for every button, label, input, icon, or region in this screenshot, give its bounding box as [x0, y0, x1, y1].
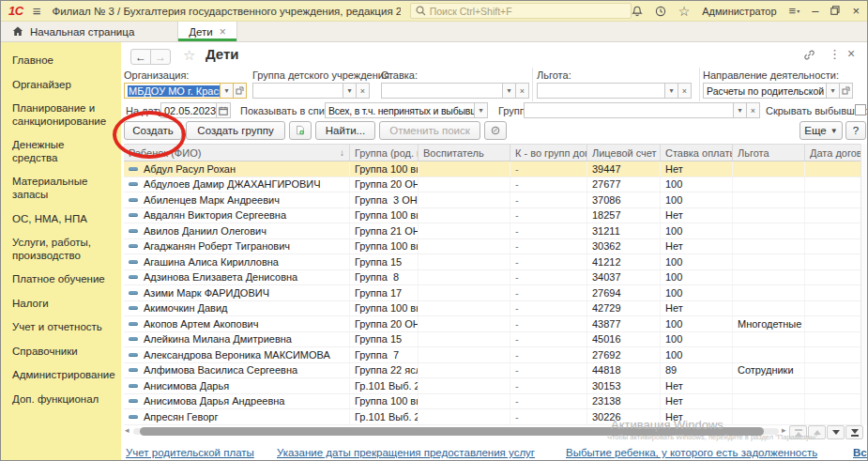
sidebar-item[interactable]: Услуги, работы, производство — [12, 237, 121, 262]
column-header[interactable]: Дата догов... — [805, 145, 868, 161]
help-button[interactable]: ? — [845, 121, 866, 140]
column-header[interactable]: Лицевой счет — [587, 145, 661, 161]
sidebar-item[interactable]: Органайзер — [12, 79, 121, 92]
table-row[interactable]: Акопов Артем АкоповичГруппа 20 ОНР-43877… — [124, 316, 868, 332]
vertical-scrollbar[interactable] — [860, 144, 868, 425]
rate-clear-icon[interactable]: × — [515, 83, 529, 99]
footer-link[interactable]: Учет родительской платы — [126, 447, 254, 458]
organization-field[interactable]: МБДОУ МО г. Краснода ▾ — [124, 83, 249, 99]
sidebar-item[interactable]: Доп. функционал — [12, 393, 121, 407]
show-in-list-select[interactable]: Всех, в т.ч. непринятых и выбывших ▾ — [325, 102, 489, 118]
page-up-button[interactable] — [808, 425, 826, 439]
activity-dropdown-icon[interactable]: ▾ — [826, 83, 840, 99]
sidebar-item[interactable]: Денежные средства — [12, 139, 121, 164]
get-link-icon[interactable] — [803, 49, 815, 63]
scroll-left-icon[interactable]: ◂ — [125, 425, 129, 435]
table-row[interactable]: Азими Марк ФАРИДОВИЧГруппа 17-27694100 — [124, 285, 868, 301]
column-header[interactable]: Группа (род. пл... — [350, 145, 419, 161]
column-header[interactable]: Ребенок (ФИО)↓ — [124, 145, 350, 161]
sidebar-item[interactable]: Планирование и санкционирование — [12, 102, 121, 128]
table-row[interactable]: Абдул Расул РоханГруппа 100 выб...-39447… — [124, 161, 868, 177]
create-button[interactable]: Создать — [124, 121, 182, 140]
find-button[interactable]: Найти... — [315, 121, 375, 140]
activity-field[interactable]: Расчеты по родительской плате ▾ — [703, 83, 855, 99]
go-to-last-button[interactable] — [845, 425, 863, 439]
minimize-button[interactable]: – — [812, 5, 818, 17]
clear-search-button[interactable] — [484, 121, 507, 140]
table-row[interactable]: Адзинова Елизавета ДенисовнаГруппа 8-340… — [124, 270, 868, 286]
sidebar-item[interactable]: Материальные запасы — [12, 176, 121, 201]
tab-close-icon[interactable]: × — [220, 25, 226, 38]
sidebar-item[interactable]: ОС, НМА, НПА — [12, 213, 121, 226]
table-row[interactable]: Абиленцев Марк АндреевичГруппа 3 ОНР-370… — [124, 192, 868, 208]
on-date-field[interactable]: 02.05.2023 — [160, 102, 232, 118]
footer-link[interactable]: Указание даты прекращения предоставления… — [277, 447, 535, 458]
group-dropdown-icon[interactable]: ▾ — [733, 102, 747, 118]
sidebar-item[interactable]: Администрирование — [12, 369, 121, 382]
organization-open-icon[interactable] — [233, 83, 247, 99]
table-row[interactable]: Анисимова Дарья АндреевнаГруппа 100 выб.… — [124, 394, 868, 410]
main-menu-icon[interactable]: ≡ — [33, 4, 41, 18]
group-clear-icon[interactable]: × — [746, 102, 760, 118]
forward-button[interactable]: → — [150, 49, 171, 65]
column-header[interactable]: К - во групп доп... — [510, 145, 587, 161]
sidebar-item[interactable]: Учет и отчетность — [12, 321, 121, 334]
restore-button[interactable] — [830, 5, 840, 17]
rate-filter-field[interactable]: ▾ × — [381, 83, 531, 99]
column-header[interactable]: Ставка оплаты — [661, 145, 733, 161]
table-row[interactable]: Апресян ГеворгГр.101 Выб. 20...-30226Нет — [124, 409, 868, 425]
column-header[interactable]: Воспитатель — [419, 145, 510, 161]
tab-home[interactable]: Начальная страница — [1, 22, 145, 41]
create-copy-button[interactable] — [289, 121, 312, 140]
institution-group-field[interactable]: ▾ × — [252, 83, 372, 99]
sidebar-item[interactable]: Справочники — [12, 346, 121, 359]
benefit-filter-field[interactable]: ▾ × — [537, 83, 693, 99]
institution-group-dropdown-icon[interactable]: ▾ — [343, 83, 357, 99]
scroll-right-icon[interactable]: ▸ — [782, 425, 786, 435]
cancel-search-button[interactable]: Отменить поиск — [379, 121, 480, 140]
global-search-input[interactable]: Поиск Ctrl+Shift+F — [410, 3, 632, 19]
table-row[interactable]: Авилов Даниил ОлеговичГруппа 21 ОНР-3121… — [124, 223, 868, 239]
more-button[interactable]: Еще▼ — [799, 121, 843, 140]
activity-open-icon[interactable] — [839, 83, 853, 99]
calendar-icon[interactable] — [216, 102, 231, 118]
benefit-dropdown-icon[interactable]: ▾ — [664, 83, 678, 99]
notifications-bell-icon[interactable] — [632, 6, 643, 17]
column-header[interactable]: Льгота — [733, 145, 805, 161]
tab-children[interactable]: Дети × — [177, 22, 237, 41]
create-group-button[interactable]: Создать группу — [186, 121, 285, 140]
current-user[interactable]: Администратор — [702, 6, 776, 17]
table-row[interactable]: Агашина Алиса КирилловнаГруппа 15-412121… — [124, 254, 868, 270]
show-in-list-dropdown-icon[interactable]: ▾ — [474, 102, 488, 118]
table-row[interactable]: Агаджанян Роберт ТиграновичГруппа 100 вы… — [124, 239, 868, 255]
sidebar-item[interactable]: Главное — [12, 54, 121, 68]
go-to-first-button[interactable] — [789, 425, 807, 439]
table-row[interactable]: Авдалян Виктория СергеевнаГруппа 100 выб… — [124, 208, 868, 224]
institution-group-clear-icon[interactable]: × — [356, 83, 370, 99]
all-commands-link[interactable]: Все — [853, 447, 868, 458]
group-filter-field[interactable]: ▾ × — [524, 102, 762, 118]
benefit-clear-icon[interactable]: × — [678, 83, 692, 99]
service-menu-icon[interactable]: ≡▾ — [789, 5, 800, 17]
page-down-button[interactable] — [827, 425, 845, 439]
history-icon[interactable] — [655, 6, 666, 17]
organization-dropdown-icon[interactable]: ▾ — [220, 83, 234, 99]
close-page-icon[interactable]: × — [847, 47, 855, 60]
more-actions-icon[interactable]: ⋮ — [829, 48, 841, 60]
hscrollbar-thumb[interactable] — [140, 427, 764, 436]
sidebar-item[interactable]: Платное обучение — [12, 273, 121, 286]
favorites-star-icon[interactable]: ☆ — [678, 5, 691, 18]
table-row[interactable]: Анисимова ДарьяГр.101 Выб. 20...-30153Не… — [124, 378, 868, 394]
hide-departed-checkbox[interactable] — [855, 104, 866, 115]
add-to-favorites-star-icon[interactable]: ☆ — [183, 47, 195, 64]
rate-dropdown-icon[interactable]: ▾ — [502, 83, 516, 99]
sidebar-item[interactable]: Налоги — [12, 298, 121, 311]
table-row[interactable]: Алфимова Василиса СергеевнаГруппа 22 ясл… — [124, 363, 868, 379]
table-row[interactable]: Абдулоев Дамир ДЖАХАНГИРОВИЧГруппа 20 ОН… — [124, 177, 868, 193]
table-row[interactable]: Алейкина Милана ДмитриевнаГруппа 15-4501… — [124, 332, 868, 348]
table-row[interactable]: Акимочкин ДавидГруппа 100 выб...-42729Не… — [124, 301, 868, 317]
footer-link[interactable]: Выбытие ребенка, у которого есть задолже… — [566, 447, 817, 458]
close-window-button[interactable]: × — [852, 5, 860, 17]
back-button[interactable]: ← — [130, 49, 151, 65]
table-row[interactable]: Александрова Вероника МАКСИМОВАГруппа 7-… — [124, 347, 868, 363]
